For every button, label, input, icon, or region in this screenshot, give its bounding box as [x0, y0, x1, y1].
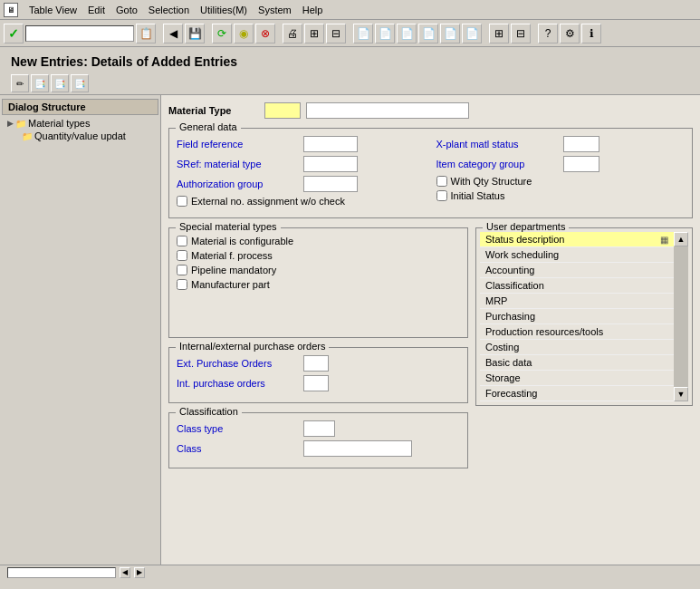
command-input[interactable]	[25, 25, 134, 42]
menu-selection[interactable]: Selection	[143, 4, 195, 16]
copy6[interactable]: 📄	[462, 24, 482, 43]
dept-item-7[interactable]: Costing	[480, 340, 674, 355]
input-icon[interactable]: 📋	[136, 24, 156, 43]
field-reference-label: Field reference	[177, 139, 303, 150]
sub-btn3[interactable]: 📑	[51, 74, 69, 92]
ext-purchase-label: Ext. Purchase Orders	[177, 358, 303, 369]
class-type-row: Class type	[177, 420, 460, 437]
class-label: Class	[177, 443, 303, 454]
auth-group-label: Authorization group	[177, 179, 303, 189]
grid2[interactable]: ⊟	[511, 24, 531, 43]
sub-btn1[interactable]: ✏	[11, 74, 29, 92]
copy4[interactable]: 📄	[418, 24, 438, 43]
item-cat-label: Item category group	[436, 159, 563, 169]
xplant-input[interactable]	[563, 136, 599, 152]
dept-item-6[interactable]: Production resources/tools	[480, 324, 674, 340]
class-type-input[interactable]	[303, 420, 335, 437]
int-purchase-input[interactable]	[303, 375, 329, 391]
check-button[interactable]: ✓	[4, 24, 24, 43]
sidebar-item-material-types[interactable]: ▶ 📁 Material types	[0, 117, 160, 130]
dept-item-4[interactable]: MRP	[480, 294, 674, 309]
user-dept-title: User departments	[483, 221, 569, 232]
xplant-label: X-plant matl status	[436, 139, 563, 150]
xplant-row: X-plant matl status	[436, 136, 686, 152]
dept-item-10[interactable]: Forecasting	[480, 386, 674, 401]
class-input[interactable]	[303, 440, 412, 457]
class-type-label: Class type	[177, 423, 303, 434]
int-purchase-label: Int. purchase orders	[177, 378, 303, 389]
classification-section: Classification Class type Class	[168, 412, 468, 468]
scroll-track	[674, 246, 688, 387]
nav-first[interactable]: ⟳	[212, 24, 232, 43]
menu-help[interactable]: Help	[297, 4, 329, 16]
classification-title: Classification	[176, 406, 242, 417]
int-purchase-row: Int. purchase orders	[177, 375, 460, 391]
dept-item-1[interactable]: Work scheduling	[480, 247, 674, 263]
process-checkbox[interactable]	[177, 250, 187, 261]
save-button[interactable]: 💾	[185, 24, 205, 43]
pipeline-checkbox[interactable]	[177, 265, 187, 275]
scroll-up[interactable]: ▲	[674, 232, 688, 246]
user-dept-wrapper: User departments Status description ▦ Wo…	[475, 227, 693, 406]
help-btn[interactable]: ?	[538, 24, 558, 43]
special-material-types-section: Special material types Material is confi…	[168, 227, 468, 338]
user-departments-section: User departments Status description ▦ Wo…	[475, 218, 693, 468]
sidebar: Dialog Structure ▶ 📁 Material types 📁 Qu…	[0, 95, 161, 565]
sidebar-label-material-types: Material types	[28, 118, 90, 129]
material-type-input-code[interactable]	[264, 102, 301, 119]
internal-external-title: Internal/external purchase orders	[176, 341, 329, 352]
find-next[interactable]: ⊟	[326, 24, 346, 43]
menu-utilities[interactable]: Utilities(M)	[195, 4, 253, 16]
material-type-input-desc[interactable]	[306, 102, 469, 119]
status-scroll-left[interactable]: ◀	[120, 567, 130, 578]
copy1[interactable]: 📄	[353, 24, 373, 43]
dept-item-2[interactable]: Accounting	[480, 263, 674, 278]
copy3[interactable]: 📄	[397, 24, 417, 43]
menu-bar: 🖥 Table View Edit Goto Selection Utiliti…	[0, 0, 700, 20]
sub-toolbar: ✏ 📑 📑 📑	[0, 72, 700, 95]
with-qty-label: With Qty Structure	[451, 176, 532, 187]
settings-btn[interactable]: ⚙	[560, 24, 580, 43]
menu-table-view[interactable]: Table View	[24, 4, 82, 16]
nav-stop[interactable]: ⊗	[255, 24, 275, 43]
configurable-row: Material is configurable	[177, 236, 460, 246]
info-btn[interactable]: ℹ	[581, 24, 601, 43]
material-type-row: Material Type	[168, 102, 693, 119]
menu-goto[interactable]: Goto	[110, 4, 143, 16]
auth-group-input[interactable]	[303, 176, 358, 192]
nav-prev[interactable]: ◉	[234, 24, 254, 43]
scroll-down[interactable]: ▼	[674, 387, 688, 401]
status-bar: ◀ ▶	[0, 565, 700, 579]
dept-item-8[interactable]: Basic data	[480, 355, 674, 371]
sub-btn4[interactable]: 📑	[71, 74, 89, 92]
manufacturer-checkbox[interactable]	[177, 279, 187, 290]
sidebar-title: Dialog Structure	[2, 99, 158, 115]
configurable-checkbox[interactable]	[177, 236, 187, 246]
toolbar: ✓ 📋 ◀ 💾 ⟳ ◉ ⊗ 🖨 ⊞ ⊟ 📄 📄 📄 📄 📄 📄 ⊞ ⊟ ? ⚙ …	[0, 20, 700, 47]
dept-item-5[interactable]: Purchasing	[480, 309, 674, 324]
sref-input[interactable]	[303, 156, 358, 172]
status-field	[7, 567, 116, 578]
with-qty-checkbox[interactable]	[436, 176, 447, 187]
item-cat-input[interactable]	[563, 156, 599, 172]
external-no-checkbox[interactable]	[177, 196, 187, 207]
copy2[interactable]: 📄	[375, 24, 395, 43]
menu-edit[interactable]: Edit	[82, 4, 110, 16]
menu-system[interactable]: System	[253, 4, 297, 16]
folder-icon: 📁	[15, 119, 26, 129]
dept-item-9[interactable]: Storage	[480, 371, 674, 386]
grid1[interactable]: ⊞	[489, 24, 509, 43]
nav-back[interactable]: ◀	[163, 24, 183, 43]
status-scroll-right[interactable]: ▶	[134, 567, 145, 578]
copy5[interactable]: 📄	[440, 24, 460, 43]
ext-purchase-input[interactable]	[303, 355, 329, 372]
print-button[interactable]: 🖨	[283, 24, 302, 43]
sidebar-label-quantity-value: Quantity/value updat	[34, 130, 126, 141]
sub-btn2[interactable]: 📑	[31, 74, 49, 92]
dept-item-3[interactable]: Classification	[480, 278, 674, 294]
field-reference-input[interactable]	[303, 136, 358, 152]
sidebar-item-quantity-value[interactable]: 📁 Quantity/value updat	[0, 130, 160, 142]
find-button[interactable]: ⊞	[304, 24, 324, 43]
initial-status-checkbox[interactable]	[436, 190, 447, 201]
dept-item-0[interactable]: Status description ▦	[480, 232, 674, 247]
